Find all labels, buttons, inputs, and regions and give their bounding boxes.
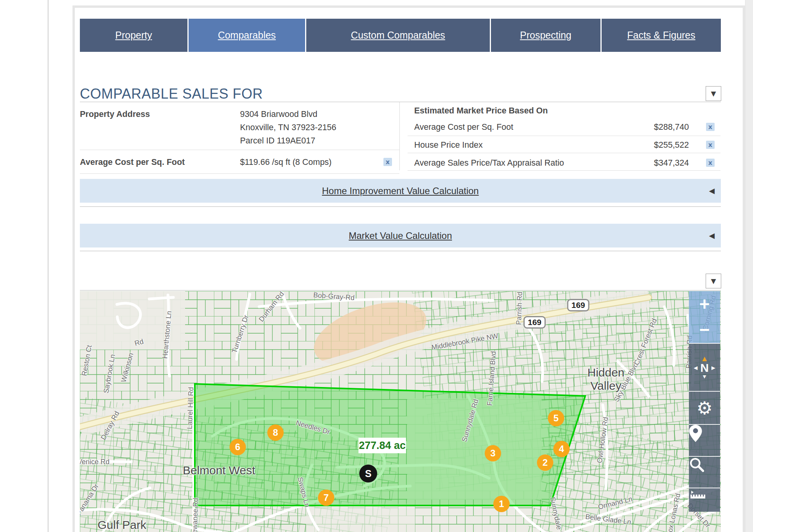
compass-control[interactable]: ▲ ◀ N ▶ ▼ xyxy=(689,343,720,391)
comp-marker-6[interactable]: 6 xyxy=(230,439,246,455)
place-label: Gulf Park xyxy=(97,518,146,532)
acreage-label: 277.84 ac xyxy=(358,438,406,453)
remove-estimate-button[interactable]: x xyxy=(706,123,715,131)
row-divider xyxy=(408,136,720,136)
map-base-art xyxy=(80,291,721,532)
remove-avg-cost-button[interactable]: x xyxy=(383,158,392,166)
estimate-row-label: House Price Index xyxy=(414,140,483,150)
map-collapse-button[interactable]: ▼ xyxy=(706,274,721,288)
tab-prospecting-label: Prospecting xyxy=(520,30,571,41)
gear-icon: ⚙ xyxy=(696,398,712,419)
tab-property-label: Property xyxy=(115,30,152,41)
chevron-left-icon: ◀ xyxy=(709,186,715,195)
chevron-down-icon: ▼ xyxy=(711,277,716,285)
route-shield-169: 169 xyxy=(523,316,546,329)
rotate-left-icon[interactable]: ◀ xyxy=(694,365,697,371)
market-value-section-bar[interactable]: Market Value Calculation ◀ xyxy=(80,224,721,247)
remove-estimate-button[interactable]: x xyxy=(706,141,715,149)
app-window: Property Comparables Custom Comparables … xyxy=(0,0,798,532)
street-label: Parrish Rd xyxy=(515,292,524,325)
map-search-button[interactable] xyxy=(689,456,720,488)
row-divider xyxy=(80,150,399,150)
comp-marker-5[interactable]: 5 xyxy=(548,410,564,426)
zoom-out-button[interactable]: − xyxy=(689,317,720,343)
estimated-market-header: Estimated Market Price Based On xyxy=(414,106,548,116)
compass-n-label: N xyxy=(700,361,709,375)
map-canvas[interactable]: 277.84 ac Reston CtSaybrook LnWilkinsonR… xyxy=(80,291,721,532)
row-divider xyxy=(80,173,399,174)
zoom-in-button[interactable]: + xyxy=(689,291,720,317)
avg-cost-value: $119.66 /sq ft (8 Comps) xyxy=(240,157,332,167)
property-address-line3: Parcel ID 119AE017 xyxy=(240,136,315,146)
property-address-label: Property Address xyxy=(80,110,150,119)
page-right-border xyxy=(745,0,753,532)
market-value-section-label: Market Value Calculation xyxy=(349,230,452,241)
comp-marker-3[interactable]: 3 xyxy=(485,445,501,461)
main-tab-bar: Property Comparables Custom Comparables … xyxy=(80,19,721,52)
compass-north-icon: ▲ xyxy=(702,356,707,361)
street-label: Venice Rd xyxy=(80,458,109,466)
heading-divider xyxy=(80,102,721,102)
page-left-border xyxy=(48,0,49,532)
comp-marker-8[interactable]: 8 xyxy=(267,424,284,441)
section-divider xyxy=(80,206,721,207)
row-divider xyxy=(408,153,720,153)
street-label: Laurel Hill Rd xyxy=(186,387,196,429)
property-address-line2: Knoxville, TN 37923-2156 xyxy=(240,123,336,133)
map-measure-button[interactable] xyxy=(689,488,720,512)
comp-marker-7[interactable]: 7 xyxy=(318,490,334,506)
tab-facts-figures[interactable]: Facts & Figures xyxy=(602,19,721,52)
section-divider xyxy=(80,251,721,251)
row-divider xyxy=(408,170,720,171)
property-address-line1: 9304 Briarwood Blvd xyxy=(240,110,317,119)
estimate-row-label: Average Cost per Sq. Foot xyxy=(414,122,513,132)
zoom-control: + − xyxy=(689,291,720,343)
chevron-down-icon: ▼ xyxy=(711,90,716,97)
map-divider xyxy=(80,290,721,291)
estimate-row-value: $347,324 xyxy=(600,158,689,168)
tab-custom-comparables-label: Custom Comparables xyxy=(351,30,445,41)
place-label: Belmont West xyxy=(183,464,255,477)
street-label: Sewanee Rd xyxy=(191,498,200,532)
place-label: Hidden Valley xyxy=(587,366,624,392)
subject-property-marker[interactable]: S xyxy=(359,465,377,483)
map-location-button[interactable] xyxy=(689,424,720,456)
tab-custom-comparables[interactable]: Custom Comparables xyxy=(306,19,490,52)
route-shield-169: 169 xyxy=(567,299,589,311)
tab-prospecting[interactable]: Prospecting xyxy=(491,19,600,52)
home-improvement-section-label: Home Improvement Value Calculation xyxy=(322,186,478,196)
tab-property[interactable]: Property xyxy=(80,19,187,52)
home-improvement-section-bar[interactable]: Home Improvement Value Calculation ◀ xyxy=(80,179,721,203)
tab-facts-figures-label: Facts & Figures xyxy=(627,30,695,41)
remove-estimate-button[interactable]: x xyxy=(706,159,715,167)
chevron-left-icon: ◀ xyxy=(709,231,715,240)
rotate-right-icon[interactable]: ▶ xyxy=(711,365,715,371)
estimate-row-label: Average Sales Price/Tax Appraisal Ratio xyxy=(414,158,564,168)
estimate-row-value: $288,740 xyxy=(600,122,689,132)
header-collapse-button[interactable]: ▼ xyxy=(706,86,721,101)
tab-comparables-label: Comparables xyxy=(218,30,276,41)
comp-marker-2[interactable]: 2 xyxy=(537,454,553,471)
search-icon xyxy=(689,457,704,472)
estimate-row-value: $255,522 xyxy=(600,140,689,150)
comp-marker-1[interactable]: 1 xyxy=(493,496,510,512)
map-pin-icon xyxy=(689,425,702,442)
page-title: COMPARABLE SALES FOR xyxy=(80,86,263,102)
map-settings-button[interactable]: ⚙ xyxy=(689,391,720,424)
compass-south-icon: ▼ xyxy=(703,375,706,379)
tab-comparables[interactable]: Comparables xyxy=(189,19,305,52)
ruler-icon xyxy=(689,488,707,500)
comp-marker-4[interactable]: 4 xyxy=(553,441,570,457)
avg-cost-label: Average Cost per Sq. Foot xyxy=(80,157,185,167)
column-divider xyxy=(399,102,400,170)
